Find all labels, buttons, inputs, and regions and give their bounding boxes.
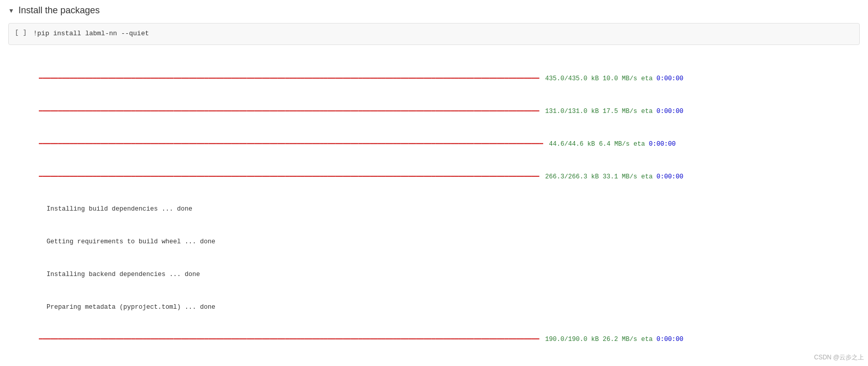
section-install: ▼ Install the packages [ ] !pip install …	[0, 0, 868, 366]
code-cell-install: [ ] !pip install labml-nn --quiet	[8, 23, 860, 45]
output-line-2: ━━━━━━━━━━━━━━━━━━━━━━━━━━━━━━━━━━━━━━━━…	[39, 106, 854, 117]
section-install-header[interactable]: ▼ Install the packages	[0, 0, 868, 21]
output-line-8: Preparing metadata (pyproject.toml) ... …	[39, 302, 854, 313]
cell-bracket-install: [ ]	[15, 29, 29, 36]
page-container: ▼ Install the packages [ ] !pip install …	[0, 0, 868, 366]
chevron-icon-install: ▼	[8, 7, 14, 14]
output-line-5: Installing build dependencies ... done	[39, 204, 854, 215]
section-install-title: Install the packages	[18, 5, 100, 16]
output-line-1: ━━━━━━━━━━━━━━━━━━━━━━━━━━━━━━━━━━━━━━━━…	[39, 74, 854, 84]
output-install: ━━━━━━━━━━━━━━━━━━━━━━━━━━━━━━━━━━━━━━━━…	[8, 49, 860, 366]
cell-label-install: [ ] !pip install labml-nn --quiet	[15, 29, 853, 39]
output-line-4: ━━━━━━━━━━━━━━━━━━━━━━━━━━━━━━━━━━━━━━━━…	[39, 172, 854, 182]
output-line-9: ━━━━━━━━━━━━━━━━━━━━━━━━━━━━━━━━━━━━━━━━…	[39, 334, 854, 345]
watermark: CSDN @云步之上	[814, 353, 864, 362]
output-line-3: ━━━━━━━━━━━━━━━━━━━━━━━━━━━━━━━━━━━━━━━━…	[39, 139, 854, 150]
code-content-install: !pip install labml-nn --quiet	[33, 29, 149, 39]
output-line-6: Getting requirements to build wheel ... …	[39, 237, 854, 247]
output-line-7: Installing backend dependencies ... done	[39, 269, 854, 280]
